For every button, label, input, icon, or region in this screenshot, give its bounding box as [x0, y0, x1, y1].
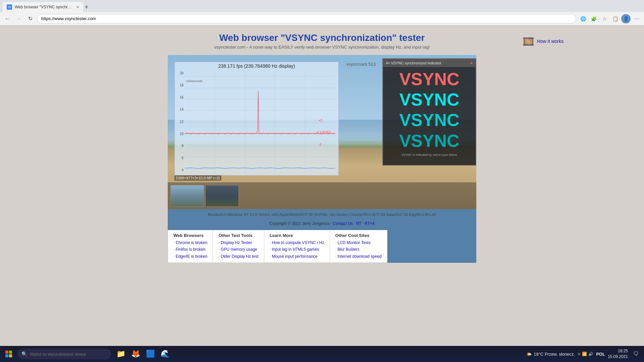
footer-link-older-hz[interactable]: Older Display Hz test	[218, 253, 258, 260]
svg-text:+2: +2	[318, 119, 322, 122]
demo-container: 238.171 fps (239.764980 Hz display) mill…	[168, 55, 476, 263]
footer-link-lcd[interactable]: LCD Monitor Tests	[335, 239, 382, 246]
page-subtitle: vsynctester.com - A novel way to EASILY …	[214, 45, 430, 50]
signal-svg: +2 4.170751 -2	[185, 70, 335, 173]
footer-link-vsync-hz[interactable]: How to compute VSYNC / Hz	[270, 239, 324, 246]
svg-text:4.170751: 4.170751	[317, 131, 331, 134]
translate-icon[interactable]: 🌐	[578, 14, 588, 23]
footer-link-internet-speed[interactable]: Internet download speed	[335, 253, 382, 260]
browser-chrome: W Web browser "VSYNC synchroni... × + ← …	[0, 0, 644, 26]
profile-icon[interactable]: 👤	[621, 14, 631, 23]
contact-us-link[interactable]: Contact Us	[333, 221, 353, 226]
footer-link-blur[interactable]: Blur Busters	[335, 246, 382, 253]
address-input[interactable]	[37, 14, 576, 23]
toolbar-icons: 🌐 🧩 ☆ 📋 👤 ⋯	[578, 14, 641, 23]
rtx4-link[interactable]: RT×4	[365, 221, 374, 226]
y-axis-labels: 20 18 16 14 12 10 8 6 4	[175, 70, 185, 173]
y-label-4: 4	[175, 168, 183, 172]
y-label-10: 10	[175, 132, 183, 136]
taskbar-search-input[interactable]	[30, 352, 107, 357]
page-content: Web browser "VSYNC synchronization" test…	[0, 26, 644, 269]
volume-icon[interactable]: 🔊	[588, 352, 593, 356]
tab-close-button[interactable]: ×	[76, 4, 79, 10]
vsync-label-2: VSYNC	[386, 90, 473, 109]
new-tab-button[interactable]: +	[85, 2, 89, 12]
footer-link-gpu-memory[interactable]: GPU memory usage	[218, 246, 258, 253]
win-logo-q4	[9, 354, 12, 357]
y-label-8: 8	[175, 144, 183, 148]
footer-link-display-hz[interactable]: Display Hz Tester	[218, 239, 258, 246]
vsync-label-4: VSYNC	[386, 131, 473, 150]
win-logo-q3	[5, 354, 8, 357]
copyright-bar: Copyright © 2021 Jerry Jongerius · Conta…	[168, 220, 476, 227]
refresh-button[interactable]: ↻	[25, 14, 35, 23]
taskbar-app-files[interactable]: 📁	[114, 347, 127, 361]
vsync-panel: 4× VSYNC synchronized indicator × VSYNC …	[382, 58, 476, 166]
active-tab[interactable]: W Web browser "VSYNC synchroni... ×	[3, 2, 83, 12]
firefox-icon: 🦊	[131, 350, 140, 358]
thumbnail-2[interactable]	[205, 185, 239, 207]
vsync-label-1: VSYNC	[386, 70, 473, 89]
weather-widget[interactable]: 🌤️ 18°C Przew. słonecz.	[526, 352, 575, 357]
graph-inner: +2 4.170751 -2	[185, 70, 335, 173]
clock-date: 15.09.2021	[608, 354, 628, 360]
thumbnail-1[interactable]	[170, 185, 204, 207]
system-tray: ∧ 📶 🔊	[578, 352, 593, 356]
network-icon[interactable]: 📶	[582, 352, 587, 356]
extensions-icon[interactable]: 🧩	[589, 14, 598, 23]
beach-background: 238.171 fps (239.764980 Hz display) mill…	[168, 55, 476, 209]
windows-logo	[5, 351, 12, 357]
svg-text:-2: -2	[318, 143, 321, 146]
vsync-panel-content: VSYNC VSYNC VSYNC VSYNC VSYNC is indicat…	[383, 67, 476, 161]
language-indicator[interactable]: POL	[596, 352, 605, 357]
graph-header: 238.171 fps (239.764980 Hz display)	[175, 62, 338, 70]
y-label-18: 18	[175, 83, 183, 87]
vsync-panel-close-button[interactable]: ×	[470, 60, 473, 66]
vsync-note: VSYNC is indicated by red-or-cyan failur…	[386, 152, 473, 158]
how-it-works-link[interactable]: How it works	[537, 39, 564, 44]
rt-link[interactable]: RT	[356, 221, 362, 226]
footer-link-firefox[interactable]: Firefox is broken	[173, 246, 207, 253]
footer-table: Web Browsers Chrome is broken Firefox is…	[168, 230, 387, 263]
footer-col2-title: Other Test Tools	[218, 233, 258, 238]
taskbar-search[interactable]: 🔍	[17, 349, 111, 359]
thumbnails-bar	[168, 182, 476, 209]
notification-button[interactable]: 🗨	[631, 349, 641, 359]
collections-icon[interactable]: 📋	[610, 14, 620, 23]
taskbar-app-app3[interactable]: 🟦	[144, 347, 157, 361]
weather-text: 18°C Przew. słonecz.	[534, 352, 575, 357]
copyright-text: Copyright © 2021 Jerry Jongerius ·	[269, 221, 332, 226]
win-logo-q1	[5, 351, 8, 354]
forward-button[interactable]: →	[14, 14, 23, 23]
start-button[interactable]	[3, 348, 15, 360]
taskbar-app-edge[interactable]: 🌊	[158, 347, 172, 361]
back-button[interactable]: ←	[3, 14, 12, 23]
files-icon: 📁	[116, 350, 125, 358]
show-hidden-icon[interactable]: ∧	[578, 352, 581, 356]
settings-icon[interactable]: ⋯	[632, 14, 641, 23]
footer-col4-title: Other Cool Sites	[335, 233, 382, 238]
vsync-panel-title: 4× VSYNC synchronized indicator	[386, 61, 441, 65]
favorites-icon[interactable]: ☆	[600, 14, 609, 23]
taskbar: 🔍 📁 🦊 🟦 🌊 🌤️ 18°C Przew. słonecz. ∧ 📶 🔊 …	[0, 346, 644, 362]
address-bar-row: ← → ↻ 🌐 🧩 ☆ 📋 👤 ⋯	[0, 12, 644, 25]
footer-link-edge[interactable]: Edge/IE is broken	[173, 253, 207, 260]
taskbar-right: 🌤️ 18°C Przew. słonecz. ∧ 📶 🔊 POL 18:25 …	[526, 348, 641, 360]
footer-link-mouse[interactable]: Mouse input performance	[270, 253, 324, 260]
footer-col3-title: Learn More	[270, 233, 324, 238]
thumb-inner-2	[206, 185, 238, 206]
page-title: Web browser "VSYNC synchronization" test…	[219, 33, 425, 43]
footer-link-chrome[interactable]: Chrome is broken	[173, 239, 207, 246]
y-label-12: 12	[175, 120, 183, 124]
y-label-20: 20	[175, 71, 183, 75]
vsync-panel-titlebar: 4× VSYNC synchronized indicator ×	[383, 59, 476, 67]
thumb-inner-1	[171, 185, 204, 206]
footer-col1-title: Web Browsers	[173, 233, 207, 238]
footer-col-1: Web Browsers Chrome is broken Firefox is…	[168, 230, 213, 263]
clock[interactable]: 18:25 15.09.2021	[608, 348, 628, 360]
taskbar-app-firefox[interactable]: 🦊	[129, 347, 142, 361]
footer-link-input-lag[interactable]: Input lag in HTML5 games	[270, 246, 324, 253]
taskbar-apps: 📁 🦊 🟦 🌊	[114, 347, 172, 361]
y-label-6: 6	[175, 156, 183, 160]
page-header: Web browser "VSYNC synchronization" test…	[0, 33, 644, 50]
